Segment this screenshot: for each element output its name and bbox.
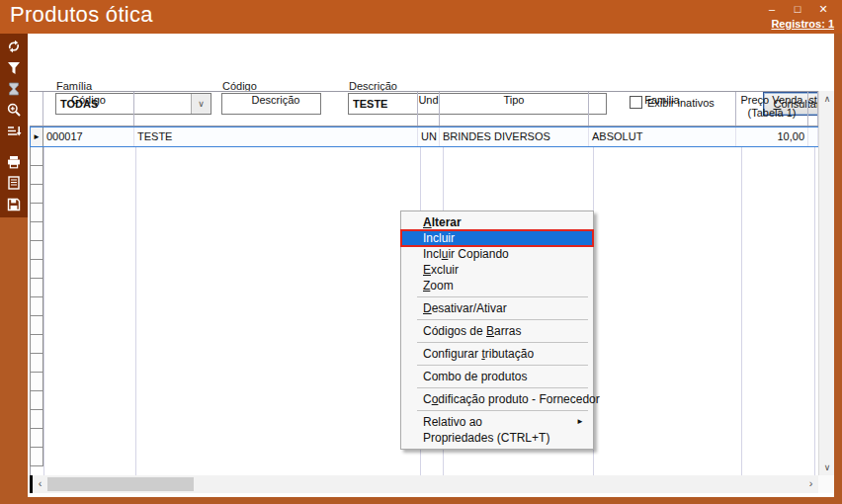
save-icon[interactable] xyxy=(5,197,23,212)
cell-familia[interactable]: ABSOLUT xyxy=(589,127,736,146)
scroll-up-icon[interactable]: ∧ xyxy=(819,91,835,107)
selector-cell xyxy=(30,316,43,335)
cell-und[interactable]: UN xyxy=(418,127,440,146)
column-header-preco_venda[interactable]: Preço Venda(Tabela 1) xyxy=(736,92,808,126)
selector-cell xyxy=(30,185,43,204)
sidebar-toolbar xyxy=(0,34,28,217)
menu-item-zoom[interactable]: Zoom xyxy=(401,278,593,294)
menu-separator xyxy=(417,365,588,366)
selector-cell xyxy=(30,373,43,391)
context-menu: AlterarIncluirIncluir CopiandoExcluirZoo… xyxy=(400,210,594,450)
selector-cell xyxy=(30,429,43,448)
print-icon[interactable] xyxy=(5,154,23,170)
main-panel: Família TODAS ∨ Código Descrição Exibir … xyxy=(28,34,834,497)
selector-cell xyxy=(30,147,43,166)
filter-icon[interactable] xyxy=(5,59,23,75)
minimize-button-icon[interactable]: – xyxy=(759,0,785,18)
cell-codigo[interactable]: 000017 xyxy=(43,127,134,146)
menu-separator xyxy=(417,296,588,297)
column-header-und[interactable]: Und xyxy=(418,92,440,126)
hourglass-icon[interactable] xyxy=(5,81,23,97)
scroll-right-icon[interactable]: › xyxy=(803,475,818,493)
column-header-partial[interactable]: st xyxy=(808,92,818,126)
header-selector-cell xyxy=(30,92,43,126)
horizontal-scrollbar[interactable]: ‹ › xyxy=(30,475,818,493)
selector-cell xyxy=(30,222,43,241)
menu-item-incluir[interactable]: Incluir xyxy=(401,230,593,246)
registros-link[interactable]: Registros: 1 xyxy=(771,18,834,30)
menu-item-excluir[interactable]: Excluir xyxy=(401,262,593,278)
submenu-arrow-icon: ► xyxy=(576,414,584,430)
row-marker-icon: ► xyxy=(31,127,43,146)
table-row[interactable]: ►000017TESTEUNBRINDES DIVERSOSABSOLUT10,… xyxy=(30,126,819,147)
selector-cell xyxy=(30,410,43,429)
menu-separator xyxy=(417,387,588,388)
cell-tipo[interactable]: BRINDES DIVERSOS xyxy=(440,127,589,146)
titlebar: Produtos ótica – □ ✕ Registros: 1 xyxy=(0,0,842,34)
menu-item-codigos-de-barras[interactable]: Códigos de Barras xyxy=(401,323,593,339)
selector-cell xyxy=(30,260,43,279)
zoom-icon[interactable] xyxy=(5,102,23,118)
menu-separator xyxy=(417,319,588,320)
vertical-scrollbar[interactable]: ∧ ∨ xyxy=(818,91,834,475)
menu-separator xyxy=(417,342,588,343)
column-header-tipo[interactable]: Tipo xyxy=(440,92,589,126)
selector-cell xyxy=(30,279,43,297)
selector-cell xyxy=(30,448,43,466)
cell-descricao[interactable]: TESTE xyxy=(134,127,418,146)
selector-cell xyxy=(30,166,43,185)
menu-item-codificacao-produto-fornecedor[interactable]: Codificação produto - Fornecedor xyxy=(401,391,593,407)
scroll-left-icon[interactable]: ‹ xyxy=(33,475,47,493)
refresh-icon[interactable] xyxy=(5,39,23,54)
menu-item-desativar-ativar[interactable]: Desativar/Ativar xyxy=(401,300,593,316)
column-header-descricao[interactable]: Descrição xyxy=(134,92,418,126)
menu-item-incluir-copiando[interactable]: Incluir Copiando xyxy=(401,246,593,262)
sort-icon[interactable] xyxy=(5,124,23,139)
selector-cell xyxy=(30,354,43,373)
report-icon[interactable] xyxy=(5,175,23,191)
menu-item-propriedades-ctrl-t[interactable]: Propriedades (CTRL+T) xyxy=(401,430,593,446)
selector-cell xyxy=(30,241,43,260)
window-controls: – □ ✕ xyxy=(759,0,836,18)
column-header-codigo[interactable]: Código xyxy=(43,92,134,126)
cell-preco_venda[interactable]: 10,00 xyxy=(736,127,808,146)
maximize-button-icon[interactable]: □ xyxy=(785,0,810,18)
menu-item-combo-de-produtos[interactable]: Combo de produtos xyxy=(401,369,593,384)
menu-item-alterar[interactable]: Alterar xyxy=(401,214,593,230)
column-header-familia[interactable]: Familia xyxy=(589,92,736,126)
selector-cell xyxy=(30,391,43,410)
window-title: Produtos ótica xyxy=(10,2,153,28)
window-border-right xyxy=(834,34,842,504)
grid-header: CódigoDescriçãoUndTipoFamiliaPreço Venda… xyxy=(30,92,818,126)
record-selector-column xyxy=(30,147,43,466)
scrollbar-corner xyxy=(818,475,834,493)
selector-cell xyxy=(30,335,43,354)
hscroll-thumb[interactable] xyxy=(47,477,194,491)
window-border-bottom xyxy=(0,497,842,504)
close-button-icon[interactable]: ✕ xyxy=(810,0,836,18)
menu-item-relativo-ao[interactable]: Relativo ao► xyxy=(401,414,593,430)
selector-cell xyxy=(30,297,43,316)
cell-partial[interactable] xyxy=(808,127,818,146)
scroll-down-icon[interactable]: ∨ xyxy=(819,460,835,475)
selector-cell xyxy=(30,204,43,222)
menu-item-configurar-tributacao[interactable]: Configurar tributação xyxy=(401,346,593,362)
menu-separator xyxy=(417,410,588,411)
app-window: Produtos ótica – □ ✕ Registros: 1 Famíli… xyxy=(0,0,842,504)
